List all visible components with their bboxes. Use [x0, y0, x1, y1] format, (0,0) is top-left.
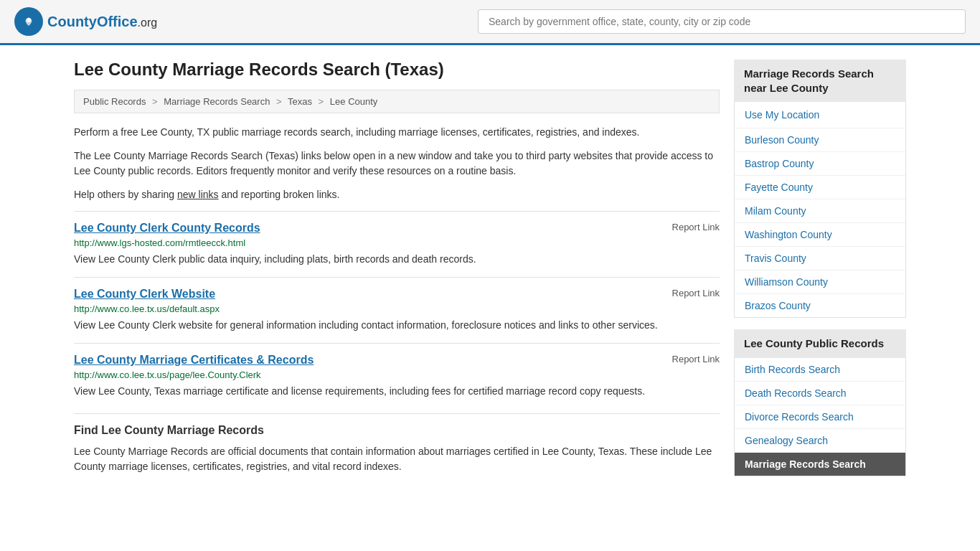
find-section: Find Lee County Marriage Records Lee Cou… [74, 413, 720, 474]
results-list: Lee County Clerk County Records Report L… [74, 211, 720, 409]
content-area: Lee County Marriage Records Search (Texa… [74, 60, 720, 488]
sidebar-use-location[interactable]: Use My Location [735, 102, 905, 128]
sidebar-public-records-section: Lee County Public Records Birth Records … [734, 329, 906, 476]
divorce-records-link[interactable]: Divorce Records Search [735, 405, 905, 428]
breadcrumb-sep-2: > [276, 96, 282, 107]
result-desc-1: View Lee County Clerk public data inquir… [74, 252, 720, 267]
sidebar-item-williamson[interactable]: Williamson County [735, 270, 905, 294]
breadcrumb-marriage-records[interactable]: Marriage Records Search [164, 96, 270, 107]
use-location-link[interactable]: Use My Location [735, 102, 905, 128]
sidebar-item-death-records[interactable]: Death Records Search [735, 382, 905, 405]
breadcrumb-lee-county[interactable]: Lee County [330, 96, 378, 107]
report-link-2[interactable]: Report Link [672, 288, 720, 298]
birth-records-link[interactable]: Birth Records Search [735, 358, 905, 381]
sidebar-item-milam[interactable]: Milam County [735, 199, 905, 223]
logo-icon [14, 7, 43, 36]
fayette-county-link[interactable]: Fayette County [735, 176, 905, 199]
travis-county-link[interactable]: Travis County [735, 247, 905, 270]
result-desc-3: View Lee County, Texas marriage certific… [74, 384, 720, 399]
result-item: Lee County Clerk County Records Report L… [74, 211, 720, 277]
sidebar-item-travis[interactable]: Travis County [735, 247, 905, 270]
result-item: Lee County Marriage Certificates & Recor… [74, 343, 720, 409]
sidebar: Marriage Records Search near Lee County … [734, 60, 906, 488]
search-bar [478, 9, 966, 34]
find-desc: Lee County Marriage Records are official… [74, 444, 720, 474]
genealogy-link[interactable]: Genealogy Search [735, 429, 905, 452]
site-header: CountyOffice.org [0, 0, 980, 45]
marriage-records-link[interactable]: Marriage Records Search [735, 453, 905, 476]
sidebar-item-genealogy[interactable]: Genealogy Search [735, 429, 905, 453]
sidebar-item-fayette[interactable]: Fayette County [735, 176, 905, 199]
new-links-link[interactable]: new links [177, 189, 219, 200]
breadcrumb: Public Records > Marriage Records Search… [74, 90, 720, 113]
description-1: Perform a free Lee County, TX public mar… [74, 125, 720, 140]
main-container: Lee County Marriage Records Search (Texa… [60, 45, 920, 502]
description-2: The Lee County Marriage Records Search (… [74, 149, 720, 179]
sidebar-item-birth-records[interactable]: Birth Records Search [735, 358, 905, 382]
result-url-1: http://www.lgs-hosted.com/rmtleecck.html [74, 237, 720, 248]
sidebar-public-records-list: Birth Records Search Death Records Searc… [734, 358, 906, 476]
logo-link[interactable]: CountyOffice.org [14, 7, 157, 36]
result-header: Lee County Clerk Website Report Link [74, 288, 720, 301]
burleson-county-link[interactable]: Burleson County [735, 128, 905, 151]
result-header: Lee County Marriage Certificates & Recor… [74, 354, 720, 367]
sidebar-nearby-list: Use My Location Burleson County Bastrop … [734, 102, 906, 318]
logo-text: CountyOffice.org [47, 14, 157, 30]
sidebar-item-bastrop[interactable]: Bastrop County [735, 152, 905, 176]
result-header: Lee County Clerk County Records Report L… [74, 222, 720, 235]
result-url-3: http://www.co.lee.tx.us/page/lee.County.… [74, 369, 720, 380]
result-item: Lee County Clerk Website Report Link htt… [74, 277, 720, 343]
breadcrumb-sep-1: > [152, 96, 158, 107]
sidebar-item-burleson[interactable]: Burleson County [735, 128, 905, 152]
sidebar-item-brazos[interactable]: Brazos County [735, 294, 905, 317]
result-title-1[interactable]: Lee County Clerk County Records [74, 222, 260, 235]
page-title: Lee County Marriage Records Search (Texa… [74, 60, 720, 80]
result-title-3[interactable]: Lee County Marriage Certificates & Recor… [74, 354, 314, 367]
svg-point-1 [27, 18, 31, 22]
breadcrumb-sep-3: > [319, 96, 324, 107]
sidebar-item-divorce-records[interactable]: Divorce Records Search [735, 405, 905, 429]
breadcrumb-texas[interactable]: Texas [288, 96, 312, 107]
breadcrumb-public-records[interactable]: Public Records [83, 96, 146, 107]
death-records-link[interactable]: Death Records Search [735, 382, 905, 405]
sidebar-nearby-section: Marriage Records Search near Lee County … [734, 60, 906, 318]
sidebar-item-washington[interactable]: Washington County [735, 223, 905, 247]
williamson-county-link[interactable]: Williamson County [735, 270, 905, 293]
washington-county-link[interactable]: Washington County [735, 223, 905, 246]
brazos-county-link[interactable]: Brazos County [735, 294, 905, 317]
search-input[interactable] [478, 9, 966, 34]
find-title: Find Lee County Marriage Records [74, 424, 720, 437]
result-title-2[interactable]: Lee County Clerk Website [74, 288, 215, 301]
sidebar-nearby-heading: Marriage Records Search near Lee County [734, 60, 906, 102]
description-3: Help others by sharing new links and rep… [74, 187, 720, 202]
bastrop-county-link[interactable]: Bastrop County [735, 152, 905, 175]
report-link-3[interactable]: Report Link [672, 354, 720, 364]
report-link-1[interactable]: Report Link [672, 222, 720, 232]
result-desc-2: View Lee County Clerk website for genera… [74, 318, 720, 333]
sidebar-public-records-heading: Lee County Public Records [734, 329, 906, 358]
result-url-2: http://www.co.lee.tx.us/default.aspx [74, 303, 720, 314]
sidebar-item-marriage-records[interactable]: Marriage Records Search [735, 453, 905, 476]
milam-county-link[interactable]: Milam County [735, 199, 905, 222]
